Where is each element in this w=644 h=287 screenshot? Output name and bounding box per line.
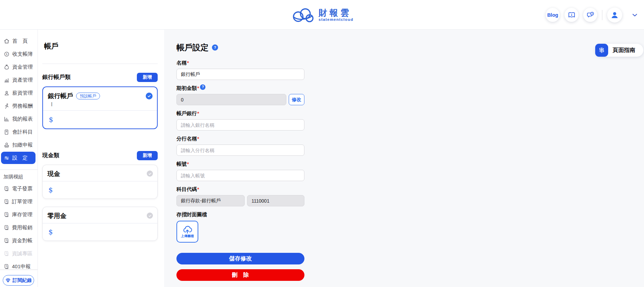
- required-mark: *: [187, 59, 189, 67]
- add-cash-account-button[interactable]: 新增: [137, 151, 158, 160]
- sidebar-item-e-invoice[interactable]: $ 電子發票: [0, 182, 38, 195]
- account-menu-toggle[interactable]: [631, 11, 639, 19]
- tutorial-button[interactable]: [564, 8, 578, 22]
- name-input[interactable]: [176, 69, 304, 80]
- unselected-check-icon[interactable]: [147, 170, 153, 177]
- cash-account-balance: $: [43, 181, 157, 199]
- sidebar-item-401-filing[interactable]: $ 401申報: [0, 260, 38, 270]
- sidebar-item-reconciliation[interactable]: $ 資金對帳: [0, 234, 38, 247]
- user-avatar[interactable]: [607, 8, 622, 23]
- svg-text:$: $: [6, 265, 7, 267]
- page-guide-label: 頁面指南: [608, 46, 643, 54]
- subscribe-label: 訂閱紀錄: [13, 277, 32, 284]
- ledger-book-icon: [3, 129, 10, 135]
- page-title: 帳戶設定: [176, 42, 209, 53]
- sidebar-item-expense-claims[interactable]: $ 費用報銷: [0, 221, 38, 234]
- blog-label: Blog: [547, 12, 558, 18]
- sidebar-item-home[interactable]: 首 頁: [0, 35, 38, 47]
- sidebar-item-reports[interactable]: 我的報表: [0, 112, 38, 125]
- initial-amount-field: 期初金額 * ? 修改: [176, 84, 304, 105]
- bank-input[interactable]: [176, 119, 304, 131]
- help-chat-button[interactable]: ?: [583, 8, 597, 22]
- sidebar-item-cashbook[interactable]: $ 收支帳簿: [0, 47, 38, 60]
- brand-logo[interactable]: 財報雲 statementcloud: [291, 6, 354, 24]
- svg-text:$: $: [6, 226, 7, 228]
- subject-code-field: 科目代碼 *: [176, 186, 304, 206]
- sidebar-item-settings[interactable]: 設 定: [1, 152, 35, 164]
- panel-divider: [42, 64, 158, 64]
- sidebar-item-labor[interactable]: 勞務報酬: [0, 99, 38, 112]
- sidebar-item-funds[interactable]: 資金管理: [0, 60, 38, 73]
- cloud-upload-icon: [182, 225, 193, 235]
- gem-icon: [5, 277, 11, 283]
- petty-cash-card[interactable]: 零用金 $: [42, 207, 158, 241]
- book-play-icon: [568, 11, 576, 19]
- blog-button[interactable]: Blog: [546, 8, 560, 22]
- page-help-icon[interactable]: ?: [212, 44, 218, 51]
- sidebar-item-inventory[interactable]: $ 庫存管理: [0, 208, 38, 221]
- modify-initial-amount-button[interactable]: 修改: [289, 94, 304, 105]
- module-card-icon: $: [3, 224, 10, 231]
- sidebar-item-label: 電子發票: [12, 186, 32, 192]
- cash-account-card[interactable]: 現金 $: [42, 165, 158, 199]
- sidebar-nav: 首 頁 $ 收支帳簿 資金管理 資產管理 薪資管理 勞務報酬: [0, 30, 38, 270]
- svg-text:?: ?: [591, 12, 593, 15]
- bank-label: 帳戶銀行: [176, 110, 197, 117]
- income-expense-icon: $: [3, 51, 10, 57]
- sidebar-item-label: 設 定: [12, 155, 28, 161]
- initial-amount-help-icon[interactable]: ?: [200, 84, 205, 90]
- stamp-icon: [3, 142, 10, 148]
- save-button[interactable]: 儲存修改: [176, 253, 304, 264]
- upload-cover-button[interactable]: 上傳圖檔: [176, 221, 198, 243]
- petty-cash-name: 零用金: [47, 211, 67, 220]
- name-field: 名稱 *: [176, 59, 304, 80]
- module-card-icon: $: [3, 211, 10, 218]
- sidebar-item-label: 首 頁: [12, 38, 28, 44]
- sidebar-item-withholding[interactable]: 扣繳申報: [0, 138, 38, 151]
- sidebar-item-assets[interactable]: 資產管理: [0, 73, 38, 86]
- module-card-icon: $: [3, 250, 10, 257]
- unselected-check-icon[interactable]: [147, 213, 153, 219]
- svg-text:$: $: [6, 252, 7, 254]
- required-mark: *: [197, 110, 199, 117]
- cover-image-field: 存摺封面圖檔 上傳圖檔: [176, 211, 304, 243]
- logo-title: 財報雲: [319, 8, 354, 17]
- cash-card-head: 現金: [43, 165, 157, 181]
- accounts-panel-title: 帳戶: [44, 41, 158, 51]
- bank-field: 帳戶銀行 *: [176, 110, 304, 131]
- sidebar-item-label: 勞務報酬: [12, 103, 33, 109]
- main-content: 頁面指南 帳戶設定 ? 名稱 * 期初金額 * ?: [164, 30, 644, 287]
- required-mark: *: [197, 186, 199, 193]
- bank-section-title: 銀行帳戶類: [42, 73, 71, 81]
- subscription-history-button[interactable]: 訂閱紀錄: [3, 275, 34, 286]
- svg-text:$: $: [6, 213, 7, 215]
- required-mark: *: [197, 135, 199, 142]
- default-account-badge: 預設帳戶: [76, 93, 100, 99]
- bank-account-card[interactable]: 銀行帳戶 預設帳戶 | $: [42, 86, 158, 129]
- sidebar-item-pwc-zone[interactable]: $ 資誠專區: [0, 247, 38, 260]
- page-guide-button[interactable]: 頁面指南: [595, 44, 643, 57]
- money-bag-icon: [3, 64, 10, 70]
- sidebar-item-orders[interactable]: $ 訂單管理: [0, 195, 38, 208]
- sidebar-item-payroll[interactable]: 薪資管理: [0, 86, 38, 99]
- chevron-down-icon: [631, 11, 639, 19]
- account-number-input[interactable]: [176, 170, 304, 181]
- runner-icon: [3, 103, 10, 109]
- branch-input[interactable]: [176, 145, 304, 156]
- sidebar-item-label: 庫存管理: [12, 211, 32, 218]
- cash-section-title: 現金類: [42, 152, 59, 159]
- sidebar-item-label: 收支帳簿: [12, 51, 33, 57]
- sidebar-item-label: 薪資管理: [12, 90, 33, 96]
- bank-card-head: 銀行帳戶 預設帳戶 |: [43, 87, 157, 110]
- sliders-icon: [3, 155, 10, 161]
- selected-check-icon[interactable]: [146, 93, 153, 99]
- header-actions: Blog ?: [546, 0, 639, 30]
- sidebar: 首 頁 $ 收支帳簿 資金管理 資產管理 薪資管理 勞務報酬: [0, 30, 38, 287]
- module-card-icon: $: [3, 263, 10, 270]
- add-bank-account-button[interactable]: 新增: [137, 73, 158, 82]
- svg-text:$: $: [6, 53, 8, 56]
- petty-cash-card-head: 零用金: [43, 207, 157, 223]
- bank-account-meta: |: [51, 101, 152, 107]
- delete-button[interactable]: 刪 除: [176, 269, 304, 281]
- sidebar-item-chart-of-accounts[interactable]: 會計科目: [0, 125, 38, 138]
